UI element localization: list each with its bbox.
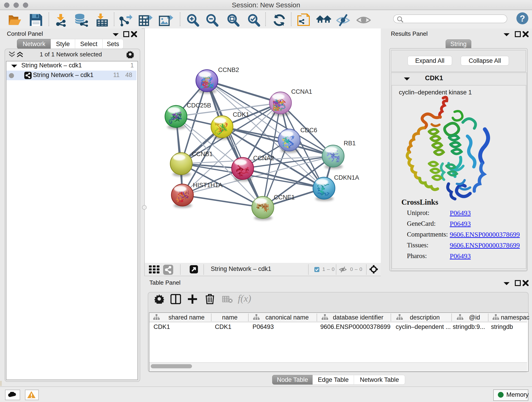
svg-text:RB1: RB1 <box>344 140 356 147</box>
svg-text:CCNB2: CCNB2 <box>218 66 239 73</box>
svg-text:?: ? <box>520 14 525 23</box>
svg-text:CCNA1: CCNA1 <box>291 88 312 95</box>
svg-text:CCNE1: CCNE1 <box>274 194 295 201</box>
svg-text:CDC25B: CDC25B <box>187 102 211 109</box>
svg-text:HIST1H1A: HIST1H1A <box>193 182 222 189</box>
svg-text:CDKN1A: CDKN1A <box>334 174 359 181</box>
svg-text:CCNB1: CCNB1 <box>192 151 213 157</box>
svg-text:CDK1: CDK1 <box>233 111 249 118</box>
svg-text:CDC6: CDC6 <box>300 127 317 134</box>
svg-text:CCNA2: CCNA2 <box>253 155 274 162</box>
